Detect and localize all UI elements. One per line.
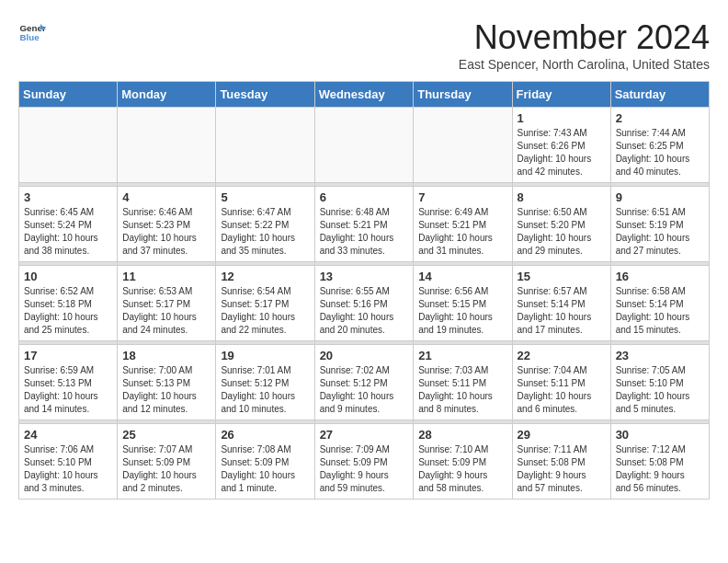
day-number: 12 — [221, 270, 309, 283]
calendar-cell: 9Sunrise: 6:51 AM Sunset: 5:19 PM Daylig… — [610, 187, 709, 262]
calendar-cell: 20Sunrise: 7:02 AM Sunset: 5:12 PM Dayli… — [314, 345, 414, 420]
calendar-cell — [19, 108, 118, 183]
calendar-cell: 6Sunrise: 6:48 AM Sunset: 5:21 PM Daylig… — [314, 187, 414, 262]
day-info: Sunrise: 7:01 AM Sunset: 5:12 PM Dayligh… — [221, 364, 309, 416]
day-number: 9 — [616, 190, 704, 204]
calendar-cell: 30Sunrise: 7:12 AM Sunset: 5:08 PM Dayli… — [610, 424, 709, 500]
day-info: Sunrise: 6:45 AM Sunset: 5:24 PM Dayligh… — [24, 206, 112, 258]
day-number: 5 — [221, 190, 309, 204]
day-number: 8 — [518, 190, 606, 204]
day-info: Sunrise: 6:50 AM Sunset: 5:20 PM Dayligh… — [518, 206, 606, 258]
calendar-cell: 17Sunrise: 6:59 AM Sunset: 5:13 PM Dayli… — [19, 345, 118, 420]
day-info: Sunrise: 6:51 AM Sunset: 5:19 PM Dayligh… — [616, 206, 704, 258]
calendar-cell: 5Sunrise: 6:47 AM Sunset: 5:22 PM Daylig… — [216, 187, 314, 262]
calendar-week-5: 24Sunrise: 7:06 AM Sunset: 5:10 PM Dayli… — [19, 424, 710, 500]
calendar-cell: 13Sunrise: 6:55 AM Sunset: 5:16 PM Dayli… — [314, 266, 414, 341]
day-number: 25 — [122, 428, 210, 442]
day-number: 18 — [122, 349, 210, 362]
day-info: Sunrise: 7:08 AM Sunset: 5:09 PM Dayligh… — [221, 443, 309, 495]
day-number: 2 — [616, 111, 704, 125]
day-number: 6 — [320, 190, 409, 204]
weekday-header-saturday: Saturday — [610, 82, 709, 108]
day-number: 27 — [320, 428, 409, 442]
calendar-cell: 1Sunrise: 7:43 AM Sunset: 6:26 PM Daylig… — [512, 108, 610, 183]
day-number: 29 — [518, 428, 606, 442]
day-number: 15 — [518, 270, 606, 283]
day-number: 4 — [122, 190, 210, 204]
weekday-header-tuesday: Tuesday — [216, 82, 314, 108]
day-info: Sunrise: 7:10 AM Sunset: 5:09 PM Dayligh… — [418, 443, 506, 495]
day-number: 17 — [24, 349, 112, 362]
day-number: 11 — [122, 270, 210, 283]
day-info: Sunrise: 6:49 AM Sunset: 5:21 PM Dayligh… — [418, 206, 506, 258]
calendar-cell: 12Sunrise: 6:54 AM Sunset: 5:17 PM Dayli… — [216, 266, 314, 341]
calendar-cell: 14Sunrise: 6:56 AM Sunset: 5:15 PM Dayli… — [414, 266, 512, 341]
day-info: Sunrise: 6:58 AM Sunset: 5:14 PM Dayligh… — [616, 285, 704, 337]
calendar-week-4: 17Sunrise: 6:59 AM Sunset: 5:13 PM Dayli… — [19, 345, 710, 420]
day-number: 23 — [616, 349, 704, 362]
calendar-cell — [414, 108, 512, 183]
page-header: General Blue November 2024 East Spencer,… — [18, 18, 710, 72]
calendar-cell: 29Sunrise: 7:11 AM Sunset: 5:08 PM Dayli… — [512, 424, 610, 500]
day-number: 24 — [24, 428, 112, 442]
calendar-cell: 2Sunrise: 7:44 AM Sunset: 6:25 PM Daylig… — [610, 108, 709, 183]
day-info: Sunrise: 6:57 AM Sunset: 5:14 PM Dayligh… — [518, 285, 606, 337]
day-info: Sunrise: 6:54 AM Sunset: 5:17 PM Dayligh… — [221, 285, 309, 337]
day-number: 26 — [221, 428, 309, 442]
day-number: 22 — [518, 349, 606, 362]
day-number: 28 — [418, 428, 506, 442]
day-info: Sunrise: 6:56 AM Sunset: 5:15 PM Dayligh… — [418, 285, 506, 337]
day-info: Sunrise: 7:12 AM Sunset: 5:08 PM Dayligh… — [616, 443, 704, 495]
day-info: Sunrise: 7:06 AM Sunset: 5:10 PM Dayligh… — [24, 443, 112, 495]
weekday-header-monday: Monday — [118, 82, 216, 108]
calendar-table: SundayMondayTuesdayWednesdayThursdayFrid… — [18, 81, 710, 500]
day-info: Sunrise: 7:09 AM Sunset: 5:09 PM Dayligh… — [320, 443, 409, 495]
day-info: Sunrise: 7:07 AM Sunset: 5:09 PM Dayligh… — [122, 443, 210, 495]
day-info: Sunrise: 7:43 AM Sunset: 6:26 PM Dayligh… — [518, 127, 606, 178]
calendar-cell: 26Sunrise: 7:08 AM Sunset: 5:09 PM Dayli… — [216, 424, 314, 500]
calendar-cell: 19Sunrise: 7:01 AM Sunset: 5:12 PM Dayli… — [216, 345, 314, 420]
day-number: 3 — [24, 190, 112, 204]
day-info: Sunrise: 7:02 AM Sunset: 5:12 PM Dayligh… — [320, 364, 409, 416]
calendar-cell: 18Sunrise: 7:00 AM Sunset: 5:13 PM Dayli… — [118, 345, 216, 420]
day-info: Sunrise: 6:55 AM Sunset: 5:16 PM Dayligh… — [320, 285, 409, 337]
day-info: Sunrise: 6:52 AM Sunset: 5:18 PM Dayligh… — [24, 285, 112, 337]
calendar-cell: 22Sunrise: 7:04 AM Sunset: 5:11 PM Dayli… — [512, 345, 610, 420]
calendar-cell — [118, 108, 216, 183]
day-number: 13 — [320, 270, 409, 283]
day-info: Sunrise: 6:46 AM Sunset: 5:23 PM Dayligh… — [122, 206, 210, 258]
day-number: 1 — [518, 111, 606, 125]
calendar-cell: 21Sunrise: 7:03 AM Sunset: 5:11 PM Dayli… — [414, 345, 512, 420]
day-number: 10 — [24, 270, 112, 283]
day-info: Sunrise: 7:05 AM Sunset: 5:10 PM Dayligh… — [616, 364, 704, 416]
weekday-header-row: SundayMondayTuesdayWednesdayThursdayFrid… — [19, 82, 710, 108]
calendar-cell: 3Sunrise: 6:45 AM Sunset: 5:24 PM Daylig… — [19, 187, 118, 262]
calendar-cell: 15Sunrise: 6:57 AM Sunset: 5:14 PM Dayli… — [512, 266, 610, 341]
day-info: Sunrise: 6:53 AM Sunset: 5:17 PM Dayligh… — [122, 285, 210, 337]
weekday-header-friday: Friday — [512, 82, 610, 108]
day-number: 19 — [221, 349, 309, 362]
calendar-cell: 8Sunrise: 6:50 AM Sunset: 5:20 PM Daylig… — [512, 187, 610, 262]
day-number: 20 — [320, 349, 409, 362]
logo-icon: General Blue — [18, 18, 46, 46]
calendar-week-3: 10Sunrise: 6:52 AM Sunset: 5:18 PM Dayli… — [19, 266, 710, 341]
weekday-header-sunday: Sunday — [19, 82, 118, 108]
day-number: 30 — [616, 428, 704, 442]
day-info: Sunrise: 6:59 AM Sunset: 5:13 PM Dayligh… — [24, 364, 112, 416]
calendar-cell: 27Sunrise: 7:09 AM Sunset: 5:09 PM Dayli… — [314, 424, 414, 500]
day-number: 16 — [616, 270, 704, 283]
calendar-cell: 23Sunrise: 7:05 AM Sunset: 5:10 PM Dayli… — [610, 345, 709, 420]
logo: General Blue — [18, 18, 46, 46]
day-info: Sunrise: 6:47 AM Sunset: 5:22 PM Dayligh… — [221, 206, 309, 258]
calendar-week-2: 3Sunrise: 6:45 AM Sunset: 5:24 PM Daylig… — [19, 187, 710, 262]
day-info: Sunrise: 7:04 AM Sunset: 5:11 PM Dayligh… — [518, 364, 606, 416]
calendar-cell — [314, 108, 414, 183]
svg-text:Blue: Blue — [20, 32, 40, 42]
day-number: 21 — [418, 349, 506, 362]
calendar-cell: 7Sunrise: 6:49 AM Sunset: 5:21 PM Daylig… — [414, 187, 512, 262]
calendar-cell — [216, 108, 314, 183]
calendar-cell: 28Sunrise: 7:10 AM Sunset: 5:09 PM Dayli… — [414, 424, 512, 500]
day-number: 14 — [418, 270, 506, 283]
calendar-cell: 4Sunrise: 6:46 AM Sunset: 5:23 PM Daylig… — [118, 187, 216, 262]
calendar-week-1: 1Sunrise: 7:43 AM Sunset: 6:26 PM Daylig… — [19, 108, 710, 183]
